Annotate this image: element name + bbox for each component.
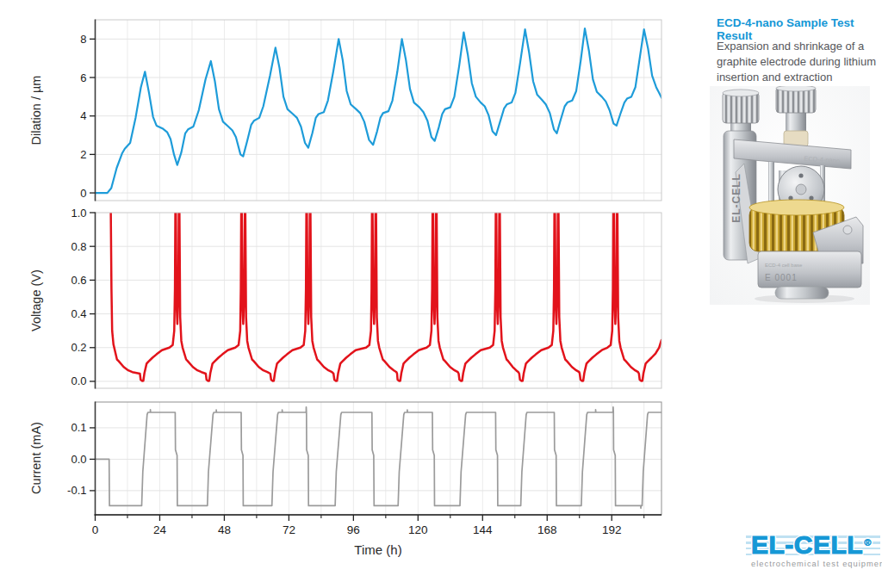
svg-text:96: 96 (347, 523, 360, 536)
current-axis-label: Current (mA) (29, 422, 43, 494)
svg-text:192: 192 (602, 523, 622, 536)
left-knob-cap (723, 92, 759, 123)
svg-text:1.0: 1.0 (71, 207, 86, 220)
logo-tagline: electrochemical test equipment (751, 560, 879, 568)
svg-text:0.0: 0.0 (71, 374, 86, 387)
figure-page: 02468 0.00.20.40.60.81.0 -0.10.00.102448… (0, 0, 882, 588)
device-base-label: ECD-4 cell base (765, 263, 803, 268)
svg-text:4: 4 (80, 109, 86, 122)
base-foot (775, 287, 829, 299)
voltage-axis-label: Voltage (V) (29, 269, 43, 331)
sample-result-description: Expansion and shrinkage of a graphite el… (717, 39, 879, 86)
svg-text:72: 72 (283, 523, 295, 536)
charts-area: 02468 0.00.20.40.60.81.0 -0.10.00.102448… (0, 0, 689, 588)
svg-text:6: 6 (80, 71, 86, 84)
voltage-chart: 0.00.20.40.60.81.0 (0, 207, 689, 394)
logo-name: EL-CELL (751, 530, 863, 559)
dilation-line (96, 28, 662, 193)
svg-text:2: 2 (80, 148, 86, 161)
dilation-chart: 02468 (0, 0, 689, 207)
current-line (96, 407, 662, 509)
svg-text:24: 24 (153, 523, 167, 536)
ecd4nano-device-photo: EL-CELL ECD-4-nano ECD-4 cell base (710, 86, 870, 305)
svg-text:168: 168 (537, 523, 557, 536)
svg-text:0: 0 (80, 187, 86, 200)
svg-text:0.1: 0.1 (71, 421, 86, 434)
dilation-axis-label: Dilation / µm (29, 76, 43, 145)
logo-wordmark: EL-CELL® (751, 530, 879, 560)
device-serial-label: E 0001 (765, 273, 798, 282)
current-chart: -0.10.00.1024487296120144168192 (0, 394, 689, 549)
svg-text:0.2: 0.2 (71, 341, 86, 354)
elcell-logo: EL-CELL® electrochemical test equipment (751, 530, 879, 568)
svg-text:-0.1: -0.1 (67, 484, 86, 497)
svg-text:144: 144 (473, 523, 493, 536)
svg-text:0.4: 0.4 (71, 307, 86, 320)
svg-text:0: 0 (92, 523, 99, 536)
time-axis-label: Time (h) (354, 542, 401, 557)
svg-text:48: 48 (218, 523, 231, 536)
svg-text:120: 120 (408, 523, 428, 536)
registered-trademark-icon: ® (864, 537, 872, 548)
svg-text:0.0: 0.0 (71, 453, 86, 466)
svg-text:0.8: 0.8 (71, 240, 86, 253)
device-brand-label: EL-CELL (730, 173, 742, 223)
svg-text:8: 8 (80, 33, 86, 46)
center-knob-neck (786, 110, 806, 133)
svg-text:0.6: 0.6 (71, 274, 86, 287)
